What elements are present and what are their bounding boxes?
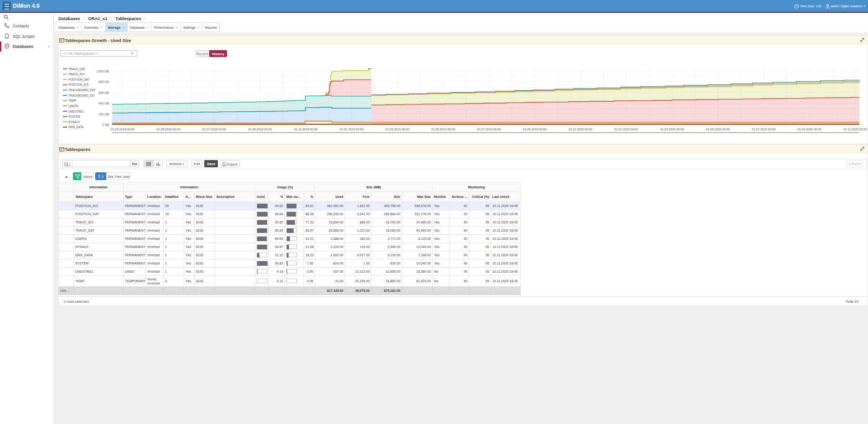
svg-text:POSITION_IDX: POSITION_IDX — [68, 83, 89, 87]
svg-text:01.01.2019 00:00: 01.01.2019 00:00 — [340, 128, 363, 131]
svg-text:01.09.2018 00:00: 01.09.2018 00:00 — [248, 128, 272, 131]
svg-text:SYSAUX: SYSAUX — [68, 120, 80, 124]
svg-text:TRACK_DAT: TRACK_DAT — [68, 67, 85, 71]
svg-text:POSITION_DAT: POSITION_DAT — [68, 78, 89, 82]
svg-text:01.07.2020 00:00: 01.07.2020 00:00 — [752, 128, 775, 131]
svg-text:01.01.2020 00:00: 01.01.2020 00:00 — [615, 128, 638, 131]
svg-text:xls: xls — [223, 164, 225, 166]
svg-text:sql: sql — [6, 36, 8, 38]
svg-text:UNDOTBS1: UNDOTBS1 — [68, 110, 84, 113]
svg-text:01.09.2019 00:00: 01.09.2019 00:00 — [523, 128, 547, 131]
svg-text:TRACKBOARD_IDX: TRACKBOARD_IDX — [68, 94, 95, 98]
svg-text:01.11.2019 00:00: 01.11.2019 00:00 — [569, 128, 593, 131]
svg-text:01.03.2018 00:00: 01.03.2018 00:00 — [111, 128, 134, 131]
svg-text:TEMP: TEMP — [68, 99, 77, 102]
svg-text:01.07.2018 00:00: 01.07.2018 00:00 — [202, 128, 226, 131]
svg-text:DMS_DATA: DMS_DATA — [68, 125, 84, 129]
svg-text:01.05.2019 00:00: 01.05.2019 00:00 — [431, 128, 455, 131]
svg-text:TRACK_IDX: TRACK_IDX — [68, 72, 85, 76]
svg-text:01.07.2019 00:00: 01.07.2019 00:00 — [477, 128, 501, 131]
svg-text:01.03.2019 00:00: 01.03.2019 00:00 — [386, 128, 409, 131]
svg-text:01.09.2020 00:00: 01.09.2020 00:00 — [798, 128, 822, 131]
svg-text:USERS: USERS — [68, 104, 78, 108]
svg-text:01.11.2020 00:00: 01.11.2020 00:00 — [843, 128, 867, 131]
svg-text:SYSTEM: SYSTEM — [68, 115, 80, 118]
svg-text:01.05.2018 00:00: 01.05.2018 00:00 — [156, 128, 180, 131]
svg-text:01.03.2020 00:00: 01.03.2020 00:00 — [660, 128, 684, 131]
svg-text:TRACKBOARD_DAT: TRACKBOARD_DAT — [68, 88, 96, 92]
svg-text:01.05.2020 00:00: 01.05.2020 00:00 — [706, 128, 730, 131]
svg-text:01.11.2018 00:00: 01.11.2018 00:00 — [294, 128, 318, 131]
